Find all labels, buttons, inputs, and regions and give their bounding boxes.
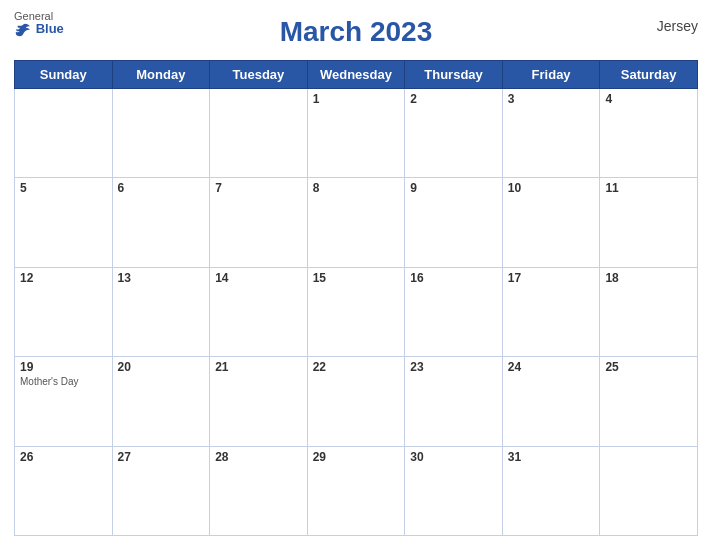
day-number: 4 [605,92,692,106]
calendar-header: General Blue March 2023 Jersey [14,10,698,54]
weekday-header-row: Sunday Monday Tuesday Wednesday Thursday… [15,61,698,89]
event-label: Mother's Day [20,376,107,387]
calendar-cell: 31 [502,446,600,535]
day-number: 11 [605,181,692,195]
day-number: 7 [215,181,302,195]
calendar-cell: 27 [112,446,210,535]
calendar-cell: 2 [405,89,503,178]
calendar-cell: 20 [112,357,210,446]
col-friday: Friday [502,61,600,89]
col-saturday: Saturday [600,61,698,89]
day-number: 14 [215,271,302,285]
day-number: 21 [215,360,302,374]
day-number: 25 [605,360,692,374]
calendar-cell: 7 [210,178,308,267]
region-label: Jersey [657,18,698,34]
day-number: 30 [410,450,497,464]
day-number: 13 [118,271,205,285]
col-monday: Monday [112,61,210,89]
logo: General Blue [14,10,64,37]
day-number: 17 [508,271,595,285]
calendar-cell: 23 [405,357,503,446]
col-tuesday: Tuesday [210,61,308,89]
calendar-week-row: 262728293031 [15,446,698,535]
calendar-cell: 5 [15,178,113,267]
col-wednesday: Wednesday [307,61,405,89]
calendar-cell: 24 [502,357,600,446]
day-number: 12 [20,271,107,285]
logo-bird-icon [14,23,32,37]
day-number: 5 [20,181,107,195]
calendar-cell [600,446,698,535]
calendar-cell: 26 [15,446,113,535]
day-number: 24 [508,360,595,374]
day-number: 26 [20,450,107,464]
calendar-cell: 4 [600,89,698,178]
day-number: 2 [410,92,497,106]
calendar-cell: 17 [502,267,600,356]
day-number: 31 [508,450,595,464]
calendar-cell: 22 [307,357,405,446]
day-number: 10 [508,181,595,195]
calendar-title: March 2023 [280,16,433,48]
calendar-week-row: 19Mother's Day202122232425 [15,357,698,446]
calendar-cell: 3 [502,89,600,178]
calendar-cell [112,89,210,178]
calendar-cell: 18 [600,267,698,356]
day-number: 1 [313,92,400,106]
calendar-cell: 16 [405,267,503,356]
calendar-cell: 28 [210,446,308,535]
calendar-cell: 1 [307,89,405,178]
calendar-cell: 12 [15,267,113,356]
calendar-cell: 10 [502,178,600,267]
day-number: 28 [215,450,302,464]
calendar-cell: 6 [112,178,210,267]
calendar-week-row: 12131415161718 [15,267,698,356]
calendar-cell: 21 [210,357,308,446]
logo-blue: Blue [14,22,64,37]
day-number: 18 [605,271,692,285]
calendar-table: Sunday Monday Tuesday Wednesday Thursday… [14,60,698,536]
calendar-cell: 13 [112,267,210,356]
calendar-cell [210,89,308,178]
calendar-cell: 11 [600,178,698,267]
day-number: 23 [410,360,497,374]
day-number: 8 [313,181,400,195]
calendar-cell: 15 [307,267,405,356]
calendar-cell [15,89,113,178]
col-sunday: Sunday [15,61,113,89]
calendar-cell: 19Mother's Day [15,357,113,446]
day-number: 3 [508,92,595,106]
day-number: 6 [118,181,205,195]
calendar-cell: 29 [307,446,405,535]
calendar-week-row: 1234 [15,89,698,178]
day-number: 16 [410,271,497,285]
day-number: 22 [313,360,400,374]
calendar: General Blue March 2023 Jersey Sunday Mo… [0,0,712,550]
day-number: 15 [313,271,400,285]
calendar-cell: 30 [405,446,503,535]
calendar-week-row: 567891011 [15,178,698,267]
day-number: 9 [410,181,497,195]
day-number: 20 [118,360,205,374]
col-thursday: Thursday [405,61,503,89]
calendar-cell: 9 [405,178,503,267]
calendar-cell: 14 [210,267,308,356]
day-number: 19 [20,360,107,374]
day-number: 29 [313,450,400,464]
calendar-cell: 25 [600,357,698,446]
day-number: 27 [118,450,205,464]
calendar-cell: 8 [307,178,405,267]
